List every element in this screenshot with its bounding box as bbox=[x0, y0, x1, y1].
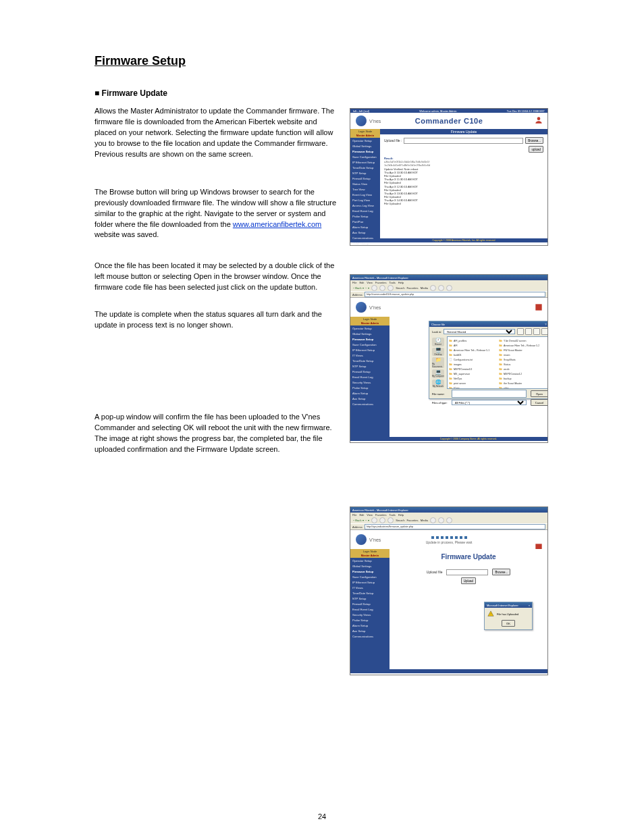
stop-icon[interactable] bbox=[371, 517, 377, 523]
upload-file-input[interactable] bbox=[404, 138, 523, 144]
file-item[interactable]: wcob bbox=[499, 367, 548, 371]
sidebar-item[interactable]: Communications bbox=[350, 633, 390, 639]
sidebar-item[interactable]: Security Views bbox=[350, 612, 390, 617]
sidebar-item[interactable]: Alarm Setup bbox=[350, 225, 380, 230]
sidebar-item[interactable]: Probe Setup bbox=[350, 385, 390, 390]
sidebar-item[interactable]: Aux Setup bbox=[350, 396, 390, 401]
stop-icon[interactable] bbox=[371, 285, 377, 291]
sidebar-item[interactable]: Firewall Setup bbox=[350, 601, 390, 606]
sidebar-item[interactable]: Alarm Setup bbox=[350, 390, 390, 396]
refresh-icon[interactable] bbox=[379, 285, 385, 291]
address-field[interactable]: http://commander01/firmware_update.php bbox=[365, 292, 545, 297]
refresh-icon[interactable] bbox=[379, 517, 385, 523]
file-item[interactable]: SnapShots bbox=[499, 357, 548, 362]
ie-menu-item[interactable]: Help bbox=[398, 513, 404, 517]
file-item[interactable]: American Fiber Tek - Release 5.1 bbox=[449, 348, 499, 353]
sidebar-item[interactable]: IT Views bbox=[350, 353, 390, 358]
alert-ok-button[interactable]: OK bbox=[502, 620, 515, 627]
open-button[interactable]: Open bbox=[531, 390, 548, 397]
ie-menu-item[interactable]: View bbox=[367, 281, 373, 284]
ie-menu-item[interactable]: Favorites bbox=[375, 513, 386, 517]
sidebar-item[interactable]: Save Configuration bbox=[350, 574, 390, 579]
ie-menu-item[interactable]: View bbox=[367, 513, 373, 517]
file-item[interactable]: vdns bbox=[499, 386, 548, 389]
sidebar-item[interactable]: Operator Setup bbox=[350, 325, 390, 331]
sidebar-item[interactable]: Probe Setup bbox=[350, 213, 380, 219]
sidebar-item[interactable]: Access Log View bbox=[350, 203, 380, 208]
link-aft-website[interactable]: www.americanfibertek.com bbox=[233, 220, 321, 228]
file-item[interactable]: build01 bbox=[449, 353, 499, 357]
home-icon[interactable] bbox=[387, 285, 394, 291]
logout-icon[interactable] bbox=[534, 303, 543, 312]
ie-menu-item[interactable]: Edit bbox=[359, 513, 364, 517]
sidebar-item[interactable]: Port/Poe bbox=[350, 219, 380, 224]
file-item[interactable]: images bbox=[449, 362, 499, 367]
address-field[interactable]: http://sys-industries/firmware_update.ph… bbox=[365, 524, 545, 529]
ie-menu-item[interactable]: File bbox=[352, 513, 356, 517]
places-item[interactable]: 📁My Documents bbox=[432, 357, 444, 368]
filetype-select[interactable]: All Files (*.*) bbox=[452, 400, 527, 405]
sidebar-item[interactable]: Save Configuration bbox=[350, 342, 390, 347]
home-icon[interactable] bbox=[387, 517, 394, 523]
sidebar-item[interactable]: NTP Setup bbox=[350, 170, 380, 176]
sidebar-item[interactable]: IP Ethernet Setup bbox=[350, 159, 380, 165]
mail-icon[interactable] bbox=[438, 517, 444, 523]
ie-media-label[interactable]: Media bbox=[421, 286, 428, 290]
file-item[interactable]: Y'de Demo02 screen bbox=[499, 338, 548, 343]
sidebar-item[interactable]: Operator Setup bbox=[350, 558, 390, 563]
sidebar-item[interactable]: Save Configuration bbox=[350, 154, 380, 159]
sidebar-item[interactable]: Global Settings bbox=[350, 563, 390, 569]
file-item[interactable]: AFI bbox=[449, 343, 499, 348]
places-item[interactable]: 🖥️Desktop bbox=[432, 348, 444, 357]
ie-menu-item[interactable]: Edit bbox=[359, 281, 364, 284]
file-item[interactable]: the Scout Master bbox=[499, 381, 548, 386]
sidebar-item[interactable]: IP Ethernet Setup bbox=[350, 579, 390, 585]
sidebar-item[interactable]: Operator Setup bbox=[350, 138, 380, 143]
upload-button[interactable]: upload bbox=[529, 146, 543, 153]
upload-file-input[interactable] bbox=[446, 569, 488, 575]
ie-media-label[interactable]: Media bbox=[421, 519, 428, 522]
sidebar-item[interactable]: Firewall Setup bbox=[350, 176, 380, 181]
places-item[interactable]: 💻My Computer bbox=[432, 369, 444, 378]
places-item[interactable]: 🌐My Network bbox=[432, 380, 444, 388]
alert-close-icon[interactable]: × bbox=[529, 604, 530, 607]
history-icon[interactable] bbox=[430, 517, 436, 523]
file-item[interactable]: Configurations.txt bbox=[449, 357, 499, 362]
sidebar-item[interactable]: SNMP Setup bbox=[350, 241, 380, 246]
sidebar-item[interactable]: Port Log View bbox=[350, 197, 380, 203]
file-item[interactable]: Status bbox=[499, 362, 548, 367]
ie-search-label[interactable]: Search bbox=[396, 286, 404, 290]
sidebar-item[interactable]: Time/Date Setup bbox=[350, 165, 380, 170]
browse-button[interactable]: Browse... bbox=[525, 137, 543, 144]
ie-menu-item[interactable]: Tools bbox=[389, 513, 395, 517]
sidebar-item[interactable]: IT Views bbox=[350, 585, 390, 590]
sidebar-item[interactable]: Aux Setup bbox=[350, 628, 390, 633]
file-list[interactable]: AFI_profilesY'de Demo02 screenAFIAmerica… bbox=[447, 336, 548, 389]
ie-search-label[interactable]: Search bbox=[396, 519, 404, 522]
print-icon[interactable] bbox=[446, 285, 452, 291]
lookin-select[interactable]: General Shared bbox=[444, 329, 515, 334]
file-item[interactable]: MXPDCreator4.0 bbox=[449, 367, 499, 371]
sidebar-item[interactable]: Time/Date Setup bbox=[350, 358, 390, 363]
view-menu-icon[interactable] bbox=[541, 328, 548, 335]
ie-menu-item[interactable]: Tools bbox=[389, 281, 395, 284]
ie-back-label[interactable]: ←Back ▾ → ▾ bbox=[352, 286, 369, 290]
cancel-button[interactable]: Cancel bbox=[531, 399, 548, 406]
ie-back-label[interactable]: ←Back ▾ → ▾ bbox=[352, 519, 369, 522]
up-folder-icon[interactable] bbox=[525, 328, 532, 335]
sidebar-item[interactable]: Communications bbox=[350, 401, 390, 407]
sidebar-item[interactable]: Firewall Setup bbox=[350, 369, 390, 374]
sidebar-item[interactable]: Event Log View bbox=[350, 192, 380, 197]
sidebar-item[interactable]: Firmware Setup bbox=[350, 149, 380, 154]
ie-menu-item[interactable]: Help bbox=[398, 281, 404, 284]
mail-icon[interactable] bbox=[438, 285, 444, 291]
sidebar-item[interactable]: Email Event Log bbox=[350, 208, 380, 213]
sidebar-item[interactable]: Alarm Setup bbox=[350, 623, 390, 628]
sidebar-item[interactable]: Aux Setup bbox=[350, 230, 380, 236]
file-dialog-close-icon[interactable]: ? × bbox=[545, 323, 548, 326]
ie-favorites-label[interactable]: Favorites bbox=[406, 286, 418, 290]
sidebar-item[interactable]: NTP Setup bbox=[350, 596, 390, 601]
file-item[interactable]: backup bbox=[499, 376, 548, 381]
new-folder-icon[interactable] bbox=[533, 328, 540, 335]
sidebar-item[interactable]: Firmware Setup bbox=[350, 336, 390, 342]
